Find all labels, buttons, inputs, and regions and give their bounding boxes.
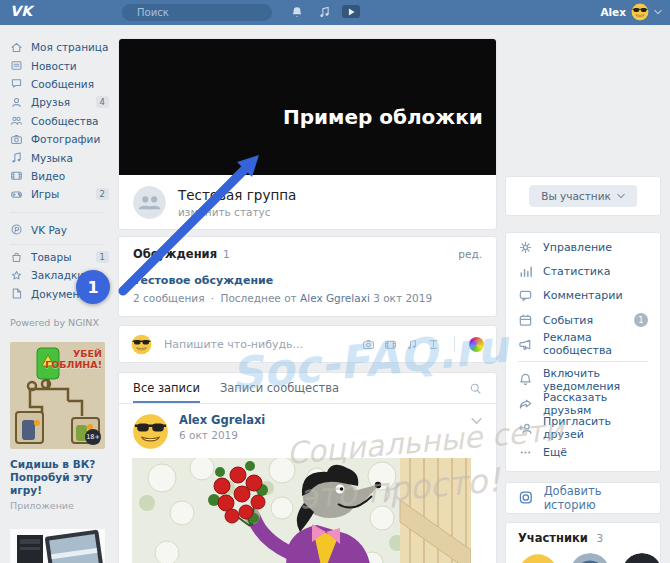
edit-status-link[interactable]: изменить статус <box>178 206 296 218</box>
add-story-button[interactable]: Добавить историю <box>505 482 661 514</box>
chevron-down-icon <box>654 9 662 15</box>
sidebar-item-games[interactable]: Игры 2 <box>10 185 115 203</box>
sidebar-item-vk-pay[interactable]: VK Pay <box>10 221 115 239</box>
sidebar-item-market[interactable]: Товары 1 <box>10 248 115 266</box>
member-avatar[interactable] <box>570 553 610 563</box>
group-header-card: Пример обложки Тестовая группа изменить … <box>118 38 497 230</box>
menu-item-invite-friends[interactable]: Пригласить друзей <box>506 416 660 440</box>
ad-game-image[interactable]: УБЕЙ ГОБЛИНА! 18+ <box>10 342 105 449</box>
app-attachment-icon[interactable] <box>469 337 484 352</box>
menu-item-manage[interactable]: Управление <box>506 235 660 259</box>
post-author-avatar[interactable] <box>132 413 169 450</box>
main-column: Пример обложки Тестовая группа изменить … <box>118 25 497 563</box>
cover-text: Пример обложки <box>283 105 483 129</box>
gear-icon <box>518 240 533 255</box>
members-title[interactable]: Участники <box>518 531 588 545</box>
notifications-bell-icon[interactable] <box>290 5 304 19</box>
computer-illustration <box>10 529 105 563</box>
search-input[interactable] <box>135 6 264 19</box>
ellipsis-icon <box>518 445 533 460</box>
menu-item-tell-friends[interactable]: Рассказать друзьям <box>506 392 660 416</box>
wall-search-icon[interactable] <box>469 382 482 395</box>
vk-logo[interactable]: VK <box>10 3 33 19</box>
post-menu-chevron-icon[interactable] <box>471 417 482 425</box>
search-bar[interactable] <box>122 4 272 21</box>
post-image[interactable] <box>132 458 471 563</box>
discussions-count: 1 <box>223 248 230 260</box>
composer-input[interactable] <box>162 337 362 352</box>
discussions-title[interactable]: Обсуждения <box>133 247 217 261</box>
music-note-icon <box>10 151 23 164</box>
member-avatar[interactable] <box>622 553 662 563</box>
post-header: Alex Ggrelaxi 6 окт 2019 <box>119 404 496 450</box>
comment-bubble-icon <box>518 288 533 303</box>
menu-item-enable-notifications[interactable]: Включить уведомления <box>506 367 660 391</box>
attach-photo-icon[interactable] <box>362 338 375 351</box>
right-column: Вы участник Управление Статистика Коммен… <box>505 25 661 563</box>
ad-title-link[interactable]: Сидишь в ВК? Попробуй эту игру! <box>10 458 110 497</box>
games-count-badge: 2 <box>96 188 109 200</box>
ad-type-label: Приложение <box>10 500 115 511</box>
vk-group-page: VK Alex Моя страница Новости <box>0 0 670 563</box>
tab-community-posts[interactable]: Записи сообщества <box>220 373 339 403</box>
tab-all-posts[interactable]: Все записи <box>133 373 200 403</box>
members-count: 3 <box>597 532 604 544</box>
attach-video-icon[interactable] <box>384 338 397 351</box>
calendar-icon <box>518 313 533 328</box>
ad-image-title: УБЕЙ ГОБЛИНА! <box>45 349 102 370</box>
story-camera-icon <box>518 489 534 506</box>
discussions-edit-link[interactable]: ред. <box>458 248 482 260</box>
user-name: Alex <box>600 6 626 18</box>
message-bubble-icon <box>10 77 23 90</box>
wall-tabs: Все записи Записи сообщества <box>119 373 496 404</box>
cartoon-wolf-illustration <box>132 458 471 563</box>
post-author-link[interactable]: Alex Ggrelaxi <box>179 413 265 427</box>
members-card: Участники 3 <box>505 522 661 563</box>
group-title: Тестовая группа <box>178 187 296 203</box>
menu-item-comments[interactable]: Комментарии <box>506 284 660 308</box>
document-icon <box>10 287 23 300</box>
music-icon[interactable] <box>318 5 331 19</box>
annotation-step-circle: 1 <box>76 270 110 304</box>
membership-button[interactable]: Вы участник <box>529 185 637 207</box>
menu-item-more[interactable]: Ещё <box>506 440 660 464</box>
attach-music-icon[interactable] <box>406 338 418 351</box>
friends-count-badge: 4 <box>96 96 109 108</box>
post-composer <box>118 325 497 363</box>
vk-pay-icon <box>10 223 23 236</box>
invite-user-icon <box>518 421 533 436</box>
discussion-topic-link[interactable]: Тестовое обсуждение <box>133 274 482 287</box>
age-rating-badge: 18+ <box>85 429 101 445</box>
menu-item-events[interactable]: События 1 <box>506 308 660 332</box>
attach-article-icon[interactable] <box>427 338 440 351</box>
sidebar-item-photos[interactable]: Фотографии <box>10 130 115 148</box>
group-avatar[interactable] <box>133 186 166 219</box>
menu-item-community-ads[interactable]: Реклама сообщества <box>506 332 660 356</box>
bell-icon <box>518 372 533 387</box>
ad-computer-image[interactable] <box>10 529 105 563</box>
sidebar-item-music[interactable]: Музыка <box>10 148 115 166</box>
user-menu[interactable]: Alex <box>600 3 662 21</box>
shopping-bag-icon <box>10 251 23 264</box>
video-icon[interactable] <box>342 5 360 18</box>
camera-icon <box>10 133 23 146</box>
sidebar-divider <box>10 212 105 213</box>
sidebar-item-friends[interactable]: Друзья 4 <box>10 93 115 111</box>
menu-item-statistics[interactable]: Статистика <box>506 259 660 283</box>
sidebar-item-video[interactable]: Видео <box>10 167 115 185</box>
news-icon <box>10 59 23 72</box>
sidebar-item-communities[interactable]: Сообщества <box>10 112 115 130</box>
post-date-link[interactable]: 6 окт 2019 <box>179 429 265 441</box>
sidebar-item-my-page[interactable]: Моя страница <box>10 38 115 56</box>
sidebar-divider <box>10 244 105 245</box>
bar-chart-icon <box>518 264 533 279</box>
events-count-badge: 1 <box>634 313 648 327</box>
member-avatar[interactable] <box>518 553 558 563</box>
sidebar-item-news[interactable]: Новости <box>10 56 115 74</box>
membership-card: Вы участник <box>505 176 661 216</box>
communities-icon <box>10 114 23 127</box>
sidebar-item-messages[interactable]: Сообщения <box>10 75 115 93</box>
management-menu-card: Управление Статистика Комментарии Событи… <box>505 232 661 472</box>
share-arrow-icon <box>518 396 533 411</box>
last-message-author-link[interactable]: Alex Ggrelaxi <box>300 292 370 304</box>
